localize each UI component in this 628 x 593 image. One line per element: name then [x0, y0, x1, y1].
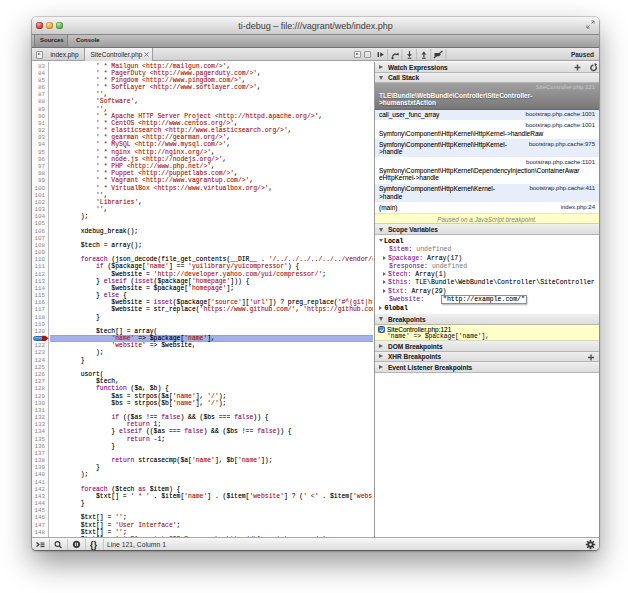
- svg-text:{}: {}: [90, 540, 98, 550]
